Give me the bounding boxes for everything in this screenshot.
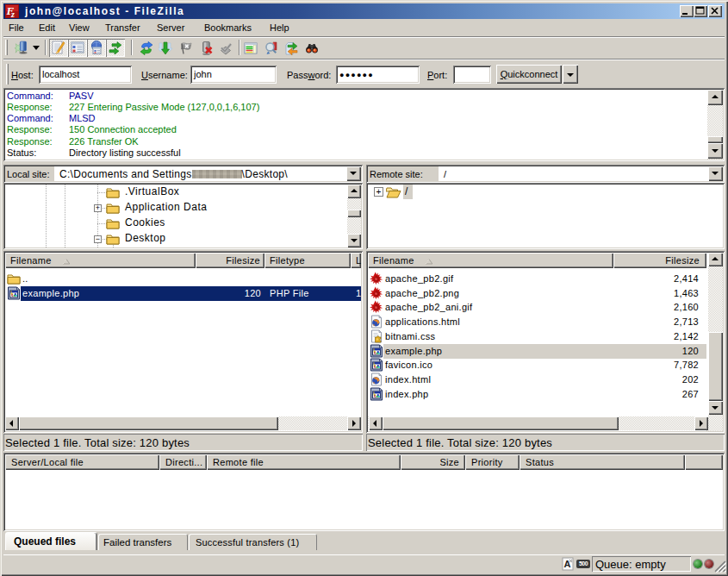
- svg-text:z: z: [10, 9, 15, 19]
